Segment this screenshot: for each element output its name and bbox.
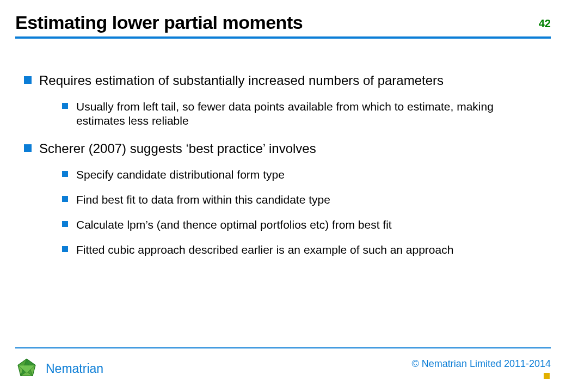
page-number: 42 bbox=[539, 17, 551, 33]
bullet-level-2: Calculate lpm’s (and thence optimal port… bbox=[39, 218, 545, 232]
bullet-level-2: Find best fit to data from within this c… bbox=[39, 193, 545, 207]
slide-body: Requires estimation of substantially inc… bbox=[15, 39, 551, 347]
slide: Estimating lower partial moments 42 Requ… bbox=[0, 0, 566, 392]
bullet-text: Specify candidate distributional form ty… bbox=[76, 168, 285, 181]
bullet-level-1: Scherer (2007) suggests ‘best practice’ … bbox=[21, 140, 545, 258]
bullet-level-2: Fitted cubic approach described earlier … bbox=[39, 243, 545, 257]
bullet-text: Requires estimation of substantially inc… bbox=[39, 73, 444, 88]
bullet-level-1: Requires estimation of substantially inc… bbox=[21, 72, 545, 128]
bullet-text: Scherer (2007) suggests ‘best practice’ … bbox=[39, 141, 316, 156]
footer: Nematrian © Nematrian Limited 2011-2014 bbox=[15, 347, 551, 382]
bullet-level-2: Specify candidate distributional form ty… bbox=[39, 168, 545, 182]
copyright-text: © Nematrian Limited 2011-2014 bbox=[412, 358, 551, 370]
bullet-text: Usually from left tail, so fewer data po… bbox=[76, 100, 494, 127]
bullet-text: Calculate lpm’s (and thence optimal port… bbox=[76, 218, 392, 231]
slide-title: Estimating lower partial moments bbox=[15, 12, 303, 33]
nematrian-logo-icon bbox=[15, 357, 38, 380]
brand-name: Nematrian bbox=[46, 362, 103, 376]
bullet-text: Find best fit to data from within this c… bbox=[76, 193, 330, 206]
header: Estimating lower partial moments 42 bbox=[15, 12, 551, 36]
bullet-text: Fitted cubic approach described earlier … bbox=[76, 243, 453, 256]
bullet-level-2: Usually from left tail, so fewer data po… bbox=[39, 100, 545, 128]
footer-square-icon bbox=[544, 373, 550, 379]
footer-left: Nematrian bbox=[15, 357, 103, 380]
footer-right: © Nematrian Limited 2011-2014 bbox=[412, 358, 551, 379]
